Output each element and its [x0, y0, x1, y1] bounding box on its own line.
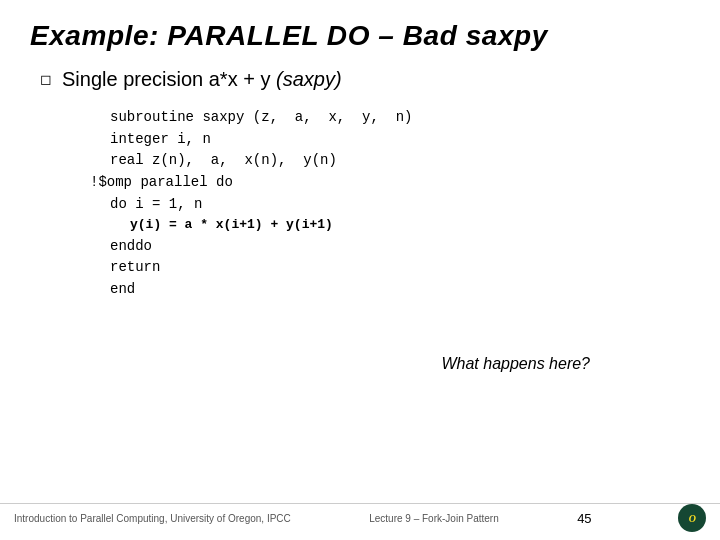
footer-center: Lecture 9 – Fork-Join Pattern: [369, 513, 499, 524]
bullet-text: Single precision a*x + y (saxpy): [62, 68, 342, 91]
code-line-highlighted: y(i) = a * x(i+1) + y(i+1): [130, 215, 690, 235]
bullet-text-italic: (saxpy): [276, 68, 342, 90]
page-number: 45: [577, 511, 591, 526]
footer-left: Introduction to Parallel Computing, Univ…: [14, 513, 291, 524]
bullet-text-main: Single precision a*x + y: [62, 68, 276, 90]
footer: Introduction to Parallel Computing, Univ…: [0, 503, 720, 532]
code-line-1: subroutine saxpy (z, a, x, y, n): [110, 107, 690, 129]
code-line-7: return: [110, 257, 690, 279]
code-line-3: real z(n), a, x(n), y(n): [110, 150, 690, 172]
code-line-6: enddo: [110, 236, 690, 258]
uo-logo: O: [678, 504, 706, 532]
annotation-text: What happens here?: [441, 355, 590, 373]
code-line-8: end: [110, 279, 690, 301]
code-line-4: !$omp parallel do: [90, 172, 690, 194]
code-line-2: integer i, n: [110, 129, 690, 151]
bullet-row: ◻ Single precision a*x + y (saxpy): [40, 68, 690, 91]
slide-title: Example: PARALLEL DO – Bad saxpy: [30, 20, 690, 52]
bullet-icon: ◻: [40, 71, 52, 87]
code-line-5: do i = 1, n: [110, 194, 690, 216]
code-block: subroutine saxpy (z, a, x, y, n) integer…: [90, 107, 690, 301]
slide-container: Example: PARALLEL DO – Bad saxpy ◻ Singl…: [0, 0, 720, 540]
